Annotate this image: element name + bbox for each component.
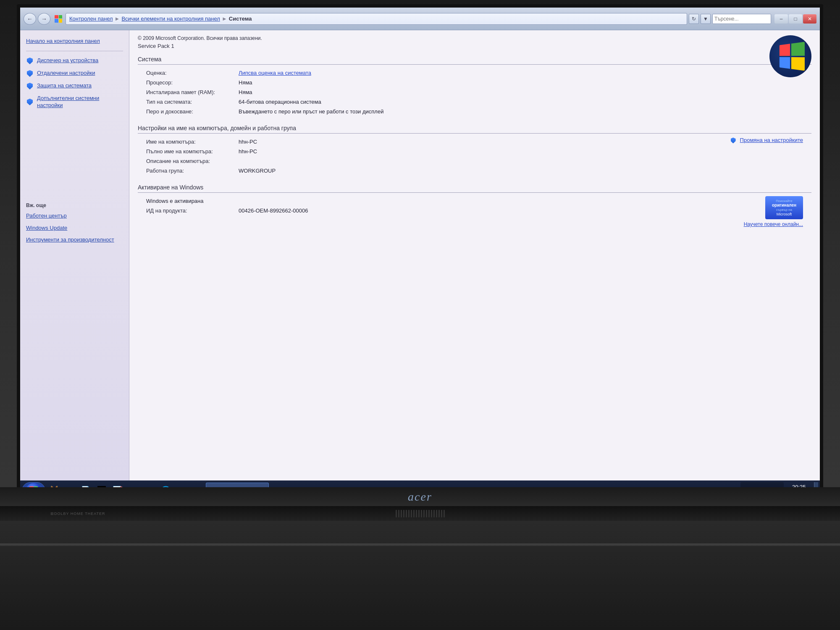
sidebar-item-windows-update[interactable]: Windows Update	[20, 222, 129, 234]
maximize-button[interactable]: □	[789, 14, 802, 24]
acer-bar: acer	[0, 487, 840, 506]
speaker-hole	[411, 510, 412, 517]
pen-touch-value: Въвеждането с перо или пръст не работи с…	[239, 108, 803, 115]
speaker-hole	[418, 510, 420, 517]
activation-block: Windows е активирана ИД на продукта: 004…	[138, 196, 811, 232]
remote-settings-icon	[26, 70, 34, 77]
title-bar: ← → Контролен панел ► Всички елементи на…	[20, 8, 820, 30]
rating-label: Оценка:	[146, 70, 239, 76]
product-id-value: 00426-OEM-8992662-00006	[239, 207, 803, 214]
speaker-hole	[428, 510, 430, 517]
windows-logo	[769, 35, 811, 77]
laptop-shell: ← → Контролен панел ► Всички елементи на…	[0, 0, 840, 630]
sidebar-item-system-protection[interactable]: Защита на системата	[20, 80, 129, 92]
advanced-settings-icon	[26, 98, 34, 106]
badge-line4: Microsoft	[777, 212, 792, 217]
activation-status-value: Windows е активирана	[146, 198, 803, 204]
badge-line1: Поискайте	[776, 199, 792, 203]
computer-desc-label: Описание на компютъра:	[146, 158, 239, 164]
change-settings-button[interactable]: Промяна на настройките	[731, 137, 803, 144]
full-computer-name-row: Пълно име на компютъра: hhн-PC	[138, 147, 811, 156]
speaker-hole	[421, 510, 422, 517]
computer-desc-row: Описание на компютъра:	[138, 156, 811, 166]
rating-value[interactable]: Липсва оценка на системата	[239, 70, 803, 76]
speaker-hole	[444, 510, 445, 517]
bottom-ridge	[0, 543, 840, 546]
windows-logo-circle	[769, 35, 811, 77]
change-settings-icon	[731, 137, 737, 143]
main-content: Начало на контролния панел Диспечер на у…	[20, 30, 820, 480]
speaker-hole	[441, 510, 442, 517]
system-rating-row: Оценка: Липсва оценка на системата	[138, 68, 811, 78]
breadcrumb-part3: Система	[229, 16, 252, 22]
product-id-label: ИД на продукта:	[146, 207, 239, 214]
system-section-header: Система	[138, 56, 811, 65]
activation-status-row: Windows е активирана	[138, 196, 811, 206]
sidebar-home-link[interactable]: Начало на контролния панел	[20, 35, 129, 47]
sidebar-item-advanced-settings[interactable]: Допълнителни системни настройки	[20, 92, 129, 112]
activation-section-header: Активиране на Windows	[138, 184, 811, 193]
computer-name-block: Име на компютъра: hhн-PC Пълно име на ко…	[138, 137, 811, 176]
processor-value: Няма	[239, 79, 803, 86]
product-id-row: ИД на продукта: 00426-OEM-8992662-00006	[138, 206, 811, 215]
search-input[interactable]	[712, 14, 771, 24]
speaker-hole	[401, 510, 402, 517]
computer-name-value: hhн-PC	[239, 139, 803, 145]
ram-row: Инсталирана памет (RAM): Няма	[138, 87, 811, 97]
close-button[interactable]: ✕	[803, 14, 816, 24]
sidebar-item-performance[interactable]: Инструменти за производителност	[20, 234, 129, 246]
prev-locations-button[interactable]: ▼	[701, 14, 711, 24]
windows-icon	[54, 14, 63, 24]
service-pack-text: Service Pack 1	[138, 43, 811, 49]
breadcrumb-sep2: ►	[222, 16, 227, 22]
sidebar: Начало на контролния панел Диспечер на у…	[20, 30, 129, 480]
system-type-value: 64-битова операционна система	[239, 99, 803, 105]
speaker-hole	[423, 510, 425, 517]
learn-more-link[interactable]: Научете повече онлайн...	[744, 221, 803, 227]
processor-label: Процесор:	[146, 79, 239, 86]
sidebar-item-remote-settings[interactable]: Отдалечени настройки	[20, 67, 129, 80]
speaker-hole	[433, 510, 435, 517]
badge-line2: оригинален	[772, 203, 796, 208]
minimize-button[interactable]: –	[774, 14, 788, 24]
flag-yellow	[791, 57, 804, 71]
sidebar-item-action-center[interactable]: Работен център	[20, 210, 129, 222]
speaker-hole	[431, 510, 432, 517]
flag-red	[780, 44, 790, 55]
dolby-text: ⊞DOLBY HOME THEATER	[50, 512, 105, 516]
device-manager-icon	[26, 57, 34, 65]
windows-flag	[780, 42, 805, 71]
workgroup-value: WORKGROUP	[239, 168, 803, 174]
breadcrumb-part1[interactable]: Контролен панел	[69, 16, 113, 22]
computer-name-section-header: Настройки на име на компютъра, домейн и …	[138, 125, 811, 134]
flag-blue	[780, 57, 790, 68]
breadcrumb-part2[interactable]: Всички елементи на контролния панел	[121, 16, 220, 22]
speaker-bar: ⊞DOLBY HOME THEATER	[0, 506, 840, 521]
ram-value: Няма	[239, 89, 803, 95]
forward-button[interactable]: →	[38, 13, 50, 25]
flag-green	[791, 42, 804, 56]
speaker-hole	[398, 510, 399, 517]
ram-label: Инсталирана памет (RAM):	[146, 89, 239, 95]
refresh-button[interactable]: ↻	[689, 14, 699, 24]
full-name-label: Пълно име на компютъра:	[146, 148, 239, 155]
workgroup-row: Работна група: WORKGROUP	[138, 166, 811, 176]
sidebar-item-device-manager[interactable]: Диспечер на устройства	[20, 55, 129, 67]
speaker-hole	[436, 510, 437, 517]
window-controls: – □ ✕	[774, 14, 816, 24]
copyright-text: © 2009 Microsoft Corporation. Всички пра…	[138, 35, 811, 41]
pen-touch-label: Перо и докосване:	[146, 108, 239, 115]
nav-buttons: ← →	[24, 13, 50, 25]
content-panel: © 2009 Microsoft Corporation. Всички пра…	[129, 30, 820, 480]
computer-name-label: Име на компютъра:	[146, 139, 239, 145]
activation-badge: Поискайте оригинален сървър на Microsoft	[765, 196, 803, 219]
full-name-value: hhн-PC	[239, 148, 803, 155]
computer-name-row: Име на компютъра: hhн-PC	[138, 137, 811, 147]
screen-area: ← → Контролен панел ► Всички елементи на…	[17, 4, 823, 504]
system-type-label: Тип на системата:	[146, 99, 239, 105]
back-button[interactable]: ←	[24, 13, 36, 25]
speaker-hole	[396, 510, 397, 517]
speaker-hole	[408, 510, 410, 517]
speaker-hole	[413, 510, 415, 517]
system-type-row: Тип на системата: 64-битова операционна …	[138, 97, 811, 107]
